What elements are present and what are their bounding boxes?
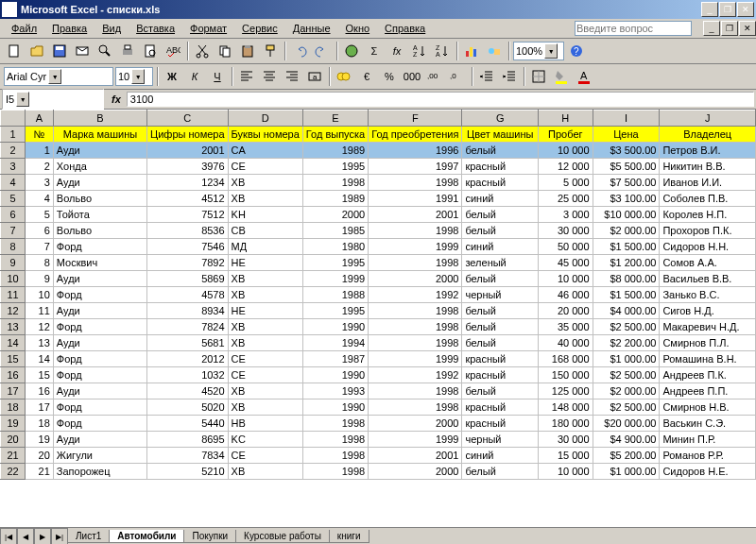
formula-input[interactable]: 3100 <box>127 92 754 107</box>
cell[interactable]: 4512 <box>147 191 229 207</box>
decrease-indent-icon[interactable] <box>476 66 497 87</box>
row-header[interactable]: 20 <box>1 432 26 448</box>
cell[interactable]: Романов Р.Р. <box>660 448 756 464</box>
cell[interactable]: 6 <box>26 223 54 239</box>
cell[interactable]: синий <box>462 239 539 255</box>
cell[interactable]: Занько В.С. <box>660 287 756 303</box>
row-header[interactable]: 14 <box>1 335 26 351</box>
doc-restore-button[interactable]: ❐ <box>721 21 738 36</box>
cell[interactable]: $4 900.00 <box>593 432 660 448</box>
cell[interactable]: 30 000 <box>539 223 593 239</box>
col-header-C[interactable]: C <box>147 110 229 127</box>
table-header-cell[interactable]: Цвет машины <box>462 127 539 143</box>
cell[interactable]: 5 <box>26 207 54 223</box>
col-header-I[interactable]: I <box>593 110 660 127</box>
row-header[interactable]: 18 <box>1 400 26 416</box>
cell[interactable]: 40 000 <box>539 335 593 351</box>
cell[interactable]: 20 000 <box>539 303 593 319</box>
cell[interactable]: 1998 <box>302 464 368 480</box>
cell[interactable]: 5210 <box>147 464 229 480</box>
cell[interactable]: красный <box>462 367 539 383</box>
cell[interactable]: 1032 <box>147 367 229 383</box>
cell[interactable]: 1994 <box>302 335 368 351</box>
cell[interactable]: Сидоров Н.Е. <box>660 464 756 480</box>
cell[interactable]: $3 500.00 <box>593 143 660 159</box>
minimize-button[interactable]: _ <box>701 2 718 17</box>
cell[interactable]: черный <box>462 287 539 303</box>
print-preview-icon[interactable] <box>140 41 161 61</box>
cell[interactable]: 12 <box>26 319 54 335</box>
col-header-F[interactable]: F <box>369 110 462 127</box>
cell[interactable]: 4578 <box>147 287 229 303</box>
cell[interactable]: 2000 <box>369 416 462 432</box>
row-header[interactable]: 6 <box>1 207 26 223</box>
cell[interactable]: KC <box>228 432 302 448</box>
cell[interactable]: $1 500.00 <box>593 287 660 303</box>
restore-button[interactable]: ❐ <box>719 2 736 17</box>
merge-center-icon[interactable]: a <box>304 66 325 87</box>
table-header-cell[interactable]: Пробег <box>539 127 593 143</box>
cell[interactable]: белый <box>462 143 539 159</box>
cell[interactable]: 30 000 <box>539 432 593 448</box>
cell[interactable]: 7834 <box>147 448 229 464</box>
cell[interactable]: Ромашина В.Н. <box>660 351 756 367</box>
table-header-cell[interactable]: Владелец <box>660 127 756 143</box>
cell[interactable]: 17 <box>26 400 54 416</box>
cell[interactable]: 125 000 <box>539 383 593 400</box>
worksheet-grid[interactable]: ABCDEFGHIJ 1№Марка машиныЦифры номераБук… <box>0 110 756 527</box>
doc-close-button[interactable]: ✕ <box>739 21 756 36</box>
cell[interactable]: Ауди <box>53 143 146 159</box>
cell[interactable]: 5440 <box>147 416 229 432</box>
cell[interactable]: Васькин С.Э. <box>660 416 756 432</box>
sheet-tab[interactable]: книги <box>329 530 369 543</box>
cell[interactable]: Форд <box>53 287 146 303</box>
cell[interactable]: 1998 <box>302 432 368 448</box>
cell[interactable]: Ауди <box>53 271 146 287</box>
table-header-cell[interactable]: Цифры номера <box>147 127 229 143</box>
percent-icon[interactable]: % <box>379 66 400 87</box>
cell[interactable]: XB <box>228 335 302 351</box>
cell[interactable]: 2 <box>26 159 54 175</box>
tab-first-button[interactable]: |◀ <box>0 528 17 544</box>
cell[interactable]: Запорожец <box>53 464 146 480</box>
cell[interactable]: Ауди <box>53 175 146 191</box>
cell[interactable]: 13 <box>26 335 54 351</box>
currency-icon[interactable] <box>334 66 354 87</box>
cell[interactable]: $7 500.00 <box>593 175 660 191</box>
cell[interactable]: 15 <box>26 367 54 383</box>
italic-button[interactable]: К <box>184 66 205 87</box>
cell[interactable]: 16 <box>26 383 54 400</box>
cell[interactable]: 5869 <box>147 271 229 287</box>
row-header[interactable]: 19 <box>1 416 26 432</box>
cell[interactable]: 5 000 <box>539 175 593 191</box>
cell[interactable]: 8 <box>26 255 54 271</box>
col-header-A[interactable]: A <box>26 110 54 127</box>
cell[interactable]: HE <box>228 255 302 271</box>
align-left-icon[interactable] <box>236 66 257 87</box>
cell[interactable]: 14 <box>26 351 54 367</box>
cell[interactable]: $1 000.00 <box>593 351 660 367</box>
cell[interactable]: Соболев П.В. <box>660 191 756 207</box>
col-header-D[interactable]: D <box>228 110 302 127</box>
cell[interactable]: 1993 <box>302 383 368 400</box>
cell[interactable]: Минин П.Р. <box>660 432 756 448</box>
cell[interactable]: 2000 <box>369 271 462 287</box>
cell[interactable]: белый <box>462 223 539 239</box>
cell[interactable]: 1234 <box>147 175 229 191</box>
decrease-decimal-icon[interactable]: ,0 <box>447 66 468 87</box>
cell[interactable]: 18 <box>26 416 54 432</box>
sheet-tab[interactable]: Курсовые работы <box>235 530 330 543</box>
cell[interactable]: 1999 <box>369 432 462 448</box>
cell[interactable]: $5 200.00 <box>593 448 660 464</box>
cell[interactable]: $8 000.00 <box>593 271 660 287</box>
increase-indent-icon[interactable] <box>499 66 520 87</box>
cell[interactable]: 1996 <box>369 143 462 159</box>
tab-prev-button[interactable]: ◀ <box>17 528 34 544</box>
cell[interactable]: Прохоров П.К. <box>660 223 756 239</box>
col-header-E[interactable]: E <box>302 110 368 127</box>
cell[interactable]: белый <box>462 464 539 480</box>
cell[interactable]: 2001 <box>147 143 229 159</box>
cell[interactable]: синий <box>462 448 539 464</box>
cell[interactable]: CE <box>228 351 302 367</box>
copy-icon[interactable] <box>215 41 235 61</box>
